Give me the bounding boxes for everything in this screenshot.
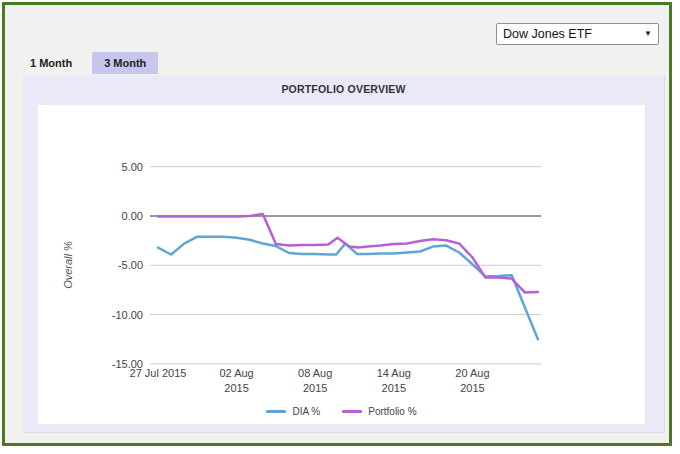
legend-item: DIA % <box>266 406 320 417</box>
x-tick-label: 2015 <box>303 382 327 394</box>
chart-area: Overall % 5.000.00-5.00-10.00-15.0027 Ju… <box>38 105 645 424</box>
series-line-dia <box>158 237 538 340</box>
x-tick-label: 02 Aug <box>219 367 253 379</box>
y-tick-label: 0.00 <box>122 210 143 222</box>
tab-1-month[interactable]: 1 Month <box>18 52 84 74</box>
legend-label: Portfolio % <box>368 406 416 417</box>
series-line-portfolio <box>158 214 538 292</box>
etf-select[interactable]: Dow Jones ETF ▼ <box>496 23 659 45</box>
app-window: Dow Jones ETF ▼ 1 Month 3 Month PORTFOLI… <box>2 2 672 446</box>
x-tick-label: 27 Jul 2015 <box>130 367 187 379</box>
y-tick-label: -10.00 <box>112 309 143 321</box>
x-tick-label: 08 Aug <box>298 367 332 379</box>
portfolio-panel: PORTFOLIO OVERVIEW Overall % 5.000.00-5.… <box>23 75 665 433</box>
portfolio-line-chart: 5.000.00-5.00-10.00-15.0027 Jul 201502 A… <box>38 105 645 424</box>
x-tick-label: 2015 <box>382 382 406 394</box>
legend-label: DIA % <box>292 406 320 417</box>
x-tick-label: 20 Aug <box>455 367 489 379</box>
legend-swatch-icon <box>266 410 286 413</box>
dropdown-arrow-icon: ▼ <box>644 30 652 38</box>
x-tick-label: 14 Aug <box>377 367 411 379</box>
chart-legend: DIA %Portfolio % <box>38 406 645 417</box>
legend-swatch-icon <box>342 410 362 413</box>
period-tabs: 1 Month 3 Month <box>18 52 158 74</box>
chart-title: PORTFOLIO OVERVIEW <box>23 83 664 95</box>
x-tick-label: 2015 <box>460 382 484 394</box>
legend-item: Portfolio % <box>342 406 416 417</box>
y-tick-label: -5.00 <box>118 259 143 271</box>
y-axis-title: Overall % <box>62 241 74 289</box>
tab-3-month[interactable]: 3 Month <box>92 52 158 74</box>
y-tick-label: 5.00 <box>122 161 143 173</box>
etf-select-value: Dow Jones ETF <box>503 27 592 41</box>
x-tick-label: 2015 <box>224 382 248 394</box>
